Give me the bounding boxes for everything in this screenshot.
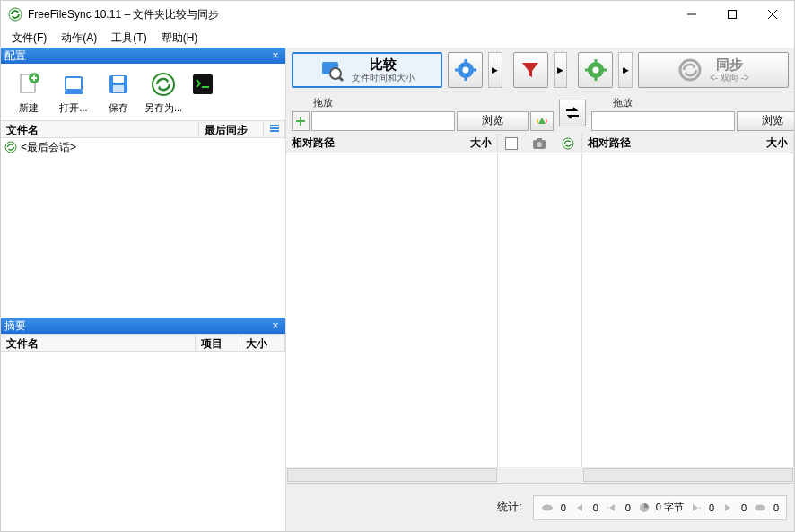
compare-button[interactable]: 比较 文件时间和大小	[292, 52, 442, 88]
save-button[interactable]: 保存	[98, 69, 139, 115]
summary-col-size[interactable]: 大小	[240, 335, 285, 351]
new-button[interactable]: 新建	[8, 69, 49, 115]
list-item[interactable]: <最后会话>	[1, 138, 285, 156]
stat-v2: 0	[591, 502, 600, 513]
svg-point-13	[153, 74, 174, 95]
titlebar: FreeFileSync 10.11 – 文件夹比较与同步	[1, 1, 794, 28]
stat-v6: 0	[739, 502, 748, 513]
save-label: 保存	[109, 101, 128, 115]
summary-panel-title: 摘要	[4, 318, 26, 334]
right-col-size[interactable]: 大小	[761, 134, 793, 153]
svg-rect-26	[455, 68, 459, 71]
right-path-input[interactable]	[591, 111, 735, 131]
summary-list[interactable]	[1, 352, 285, 531]
app-icon	[8, 7, 22, 22]
svg-point-23	[462, 66, 468, 73]
svg-rect-9	[65, 91, 83, 94]
camera-icon[interactable]	[532, 137, 546, 150]
menu-action[interactable]: 动作(A)	[54, 29, 104, 48]
svg-point-41	[755, 504, 765, 510]
compare-label: 比较	[370, 57, 397, 73]
stat-disk-left-icon	[539, 500, 555, 516]
col-toggle[interactable]	[264, 121, 285, 137]
svg-rect-8	[66, 78, 81, 89]
filter-button[interactable]	[513, 52, 548, 88]
sync-icon	[4, 141, 17, 153]
sync-settings-button[interactable]	[578, 52, 613, 88]
compare-settings-button[interactable]	[448, 52, 483, 88]
summary-columns: 文件名 项目 大小	[1, 334, 285, 352]
menu-tools[interactable]: 工具(T)	[104, 29, 153, 48]
svg-line-21	[339, 77, 343, 81]
sync-button[interactable]: 同步 <- 双向 ->	[638, 52, 789, 88]
svg-rect-16	[270, 127, 279, 129]
col-filename[interactable]: 文件名	[1, 121, 199, 137]
last-session-label: <最后会话>	[21, 140, 76, 155]
maximize-button[interactable]	[712, 2, 752, 27]
stat-pie-icon	[636, 500, 652, 516]
stat-v7: 0	[772, 502, 781, 513]
filter-dropdown[interactable]: ▶	[554, 52, 568, 88]
svg-rect-33	[602, 68, 607, 71]
funnel-icon	[520, 59, 541, 81]
config-panel-close[interactable]: ×	[269, 49, 282, 62]
magnifier-icon	[319, 57, 345, 83]
config-panel-title: 配置	[4, 48, 26, 64]
batch-icon	[188, 69, 218, 100]
stat-v5: 0	[707, 502, 716, 513]
new-label: 新建	[19, 101, 39, 115]
summary-panel-close[interactable]: ×	[269, 319, 282, 332]
sync-grey-icon	[677, 57, 703, 83]
left-browse-button[interactable]: 浏览	[457, 111, 529, 131]
left-col-size[interactable]: 大小	[465, 134, 497, 153]
left-cloud-button[interactable]	[530, 111, 554, 131]
right-col-relpath[interactable]: 相对路径	[582, 134, 636, 153]
sync-sublabel: <- 双向 ->	[710, 73, 749, 83]
action-bar: 比较 文件时间和大小 ▶ ▶	[286, 48, 794, 92]
svg-rect-14	[193, 74, 213, 94]
stat-disk-right-icon	[752, 500, 768, 516]
svg-rect-25	[464, 76, 467, 81]
stat-plus-left-icon	[604, 500, 620, 516]
stat-v4: 0 字节	[656, 501, 684, 514]
svg-rect-12	[113, 85, 124, 92]
add-left-pair-button[interactable]	[292, 111, 310, 131]
left-grid[interactable]: 相对路径 大小	[286, 134, 498, 467]
middle-grid[interactable]	[498, 134, 582, 467]
saveas-batch-button[interactable]	[188, 69, 218, 115]
statusbar: 统计: 0 0 0 0 字节 0 0 0	[286, 483, 794, 531]
sync-header-icon[interactable]	[562, 137, 574, 150]
swap-button[interactable]	[559, 100, 586, 126]
sync-settings-dropdown[interactable]: ▶	[618, 52, 633, 88]
checkbox-header-icon[interactable]	[505, 137, 518, 150]
right-browse-button[interactable]: 浏览	[737, 111, 795, 131]
close-button[interactable]	[752, 2, 792, 27]
svg-point-34	[680, 60, 700, 80]
left-col-relpath[interactable]: 相对路径	[286, 134, 340, 153]
svg-rect-15	[270, 125, 279, 126]
saveas-sync-button[interactable]: 另存为...	[143, 69, 184, 115]
svg-rect-31	[594, 76, 597, 81]
summary-col-name[interactable]: 文件名	[1, 335, 196, 351]
summary-panel-header: 摘要 ×	[1, 318, 285, 334]
summary-col-items[interactable]: 项目	[196, 335, 240, 351]
horizontal-scroll[interactable]	[286, 467, 794, 483]
right-grid[interactable]: 相对路径 大小	[582, 134, 794, 467]
minimize-button[interactable]	[671, 2, 712, 27]
svg-rect-24	[464, 59, 467, 64]
menu-help[interactable]: 帮助(H)	[154, 29, 205, 48]
left-path-input[interactable]	[311, 111, 455, 131]
menu-file[interactable]: 文件(F)	[4, 29, 54, 48]
open-button[interactable]: 打开...	[53, 69, 94, 115]
svg-rect-30	[594, 59, 597, 64]
stat-arrow-right-icon	[720, 500, 736, 516]
save-icon	[103, 69, 134, 100]
svg-rect-2	[728, 11, 736, 19]
gear-blue-icon	[454, 58, 477, 82]
compare-dropdown[interactable]: ▶	[488, 52, 502, 88]
svg-point-18	[5, 142, 16, 153]
stats-box: 0 0 0 0 字节 0 0 0	[533, 495, 787, 520]
config-list[interactable]: <最后会话>	[1, 138, 285, 318]
col-lastsync[interactable]: 最后同步	[199, 121, 264, 137]
svg-point-39	[542, 504, 553, 510]
